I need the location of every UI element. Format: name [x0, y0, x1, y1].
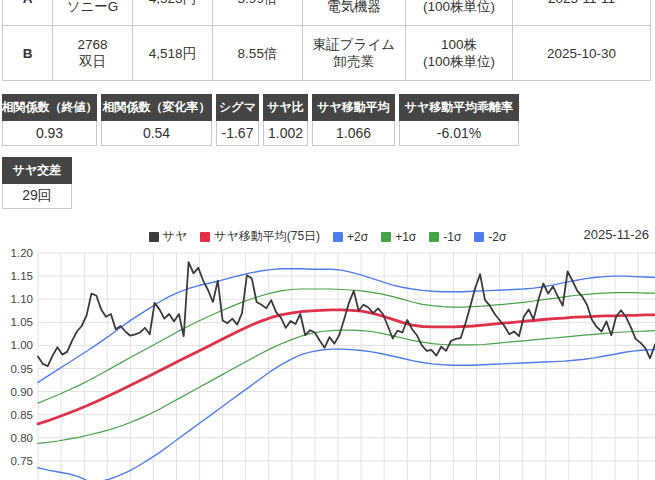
chart-legend: サヤサヤ移動平均(75日)+2σ+1σ-1σ-2σ: [0, 228, 655, 245]
stat-label: サヤ移動平均乖離率: [399, 94, 519, 121]
legend-label: +2σ: [347, 230, 368, 244]
pair-stock-unit: 100株(100株単位): [406, 0, 513, 26]
y-axis-tick: 0.75: [11, 455, 33, 467]
stat-value: 0.54: [101, 121, 212, 146]
saya-bollinger-chart[interactable]: 1.201.151.101.051.000.950.900.850.800.75…: [0, 246, 655, 480]
legend-label: -1σ: [443, 230, 461, 244]
legend-swatch-icon: [429, 232, 439, 242]
saya-cross-value: 29回: [2, 184, 72, 209]
saya-cross-box: サヤ交差 29回: [2, 157, 72, 209]
stat-label: 相関係数（終値）: [2, 94, 97, 121]
legend-swatch-icon: [149, 232, 159, 242]
stat-label: サヤ比: [263, 94, 308, 121]
pair-stock-date: 2025-10-30: [513, 26, 651, 81]
legend-label: +1σ: [395, 230, 416, 244]
stat-label: シグマ: [216, 94, 259, 121]
y-axis-tick: 1.10: [11, 293, 33, 305]
stat-label: サヤ移動平均: [312, 94, 395, 121]
stat-label: 相関係数（変化率）: [101, 94, 212, 121]
y-axis-tick: 0.80: [11, 432, 33, 444]
stats-row: 相関係数（終値）0.93相関係数（変化率）0.54シグマ-1.67サヤ比1.00…: [2, 94, 655, 146]
y-axis-tick: 0.95: [11, 363, 33, 375]
legend-swatch-icon: [333, 232, 343, 242]
stat-box-5: サヤ移動平均乖離率-6.01%: [399, 94, 519, 146]
y-axis-tick: 1.15: [11, 270, 33, 282]
y-axis-tick: 1.05: [11, 316, 33, 328]
saya-cross-label: サヤ交差: [2, 157, 72, 184]
chart-date-label: 2025-11-26: [583, 227, 649, 242]
stat-box-3: サヤ比1.002: [263, 94, 308, 146]
stat-value: -6.01%: [399, 121, 519, 146]
saya-chart-section: サヤサヤ移動平均(75日)+2σ+1σ-1σ-2σ 2025-11-26 1.2…: [0, 224, 655, 480]
stat-box-2: シグマ-1.67: [216, 94, 259, 146]
stat-value: -1.67: [216, 121, 259, 146]
legend-item: -2σ: [474, 230, 506, 244]
pair-stock-date: 2025-11-11: [513, 0, 651, 26]
legend-label: サヤ: [163, 228, 188, 245]
stat-value: 1.002: [263, 121, 308, 146]
pair-stock-price: 4,518円: [133, 26, 213, 81]
pair-stock-ratio: 8.55倍: [213, 26, 303, 81]
legend-item: -1σ: [429, 230, 461, 244]
legend-label: -2σ: [488, 230, 506, 244]
legend-swatch-icon: [474, 232, 484, 242]
legend-label: サヤ移動平均(75日): [214, 228, 320, 245]
pair-table-row-B: B2768双日4,518円8.55倍東証プライム卸売業100株(100株単位)2…: [3, 26, 651, 81]
legend-item: +2σ: [333, 230, 368, 244]
stat-box-0: 相関係数（終値）0.93: [2, 94, 97, 146]
y-axis-tick: 0.85: [11, 409, 33, 421]
y-axis-tick: 1.20: [11, 247, 33, 259]
pair-stock-market-industry: 東証プライム電気機器: [303, 0, 406, 26]
stat-value: 0.93: [2, 121, 97, 146]
legend-swatch-icon: [381, 232, 391, 242]
pair-table: A6758ソニーG4,523円5.99倍東証プライム電気機器100株(100株単…: [2, 0, 651, 81]
pair-stock-price: 4,523円: [133, 0, 213, 26]
pair-stock-code-name: 2768双日: [53, 26, 133, 81]
y-axis-tick: 1.00: [11, 339, 33, 351]
stat-box-4: サヤ移動平均1.066: [312, 94, 395, 146]
pair-stock-code-name: 6758ソニーG: [53, 0, 133, 26]
stat-value: 1.066: [312, 121, 395, 146]
pair-table-section: A6758ソニーG4,523円5.99倍東証プライム電気機器100株(100株単…: [0, 0, 655, 81]
saya-cross-row: サヤ交差 29回: [2, 157, 655, 209]
pair-stock-market-industry: 東証プライム卸売業: [303, 26, 406, 81]
legend-item: サヤ: [149, 228, 188, 245]
legend-swatch-icon: [200, 232, 210, 242]
pair-row-label: B: [3, 26, 53, 81]
legend-item: サヤ移動平均(75日): [200, 228, 320, 245]
pair-table-row-A: A6758ソニーG4,523円5.99倍東証プライム電気機器100株(100株単…: [3, 0, 651, 26]
stat-box-1: 相関係数（変化率）0.54: [101, 94, 212, 146]
legend-item: +1σ: [381, 230, 416, 244]
pair-stock-ratio: 5.99倍: [213, 0, 303, 26]
y-axis-tick: 0.90: [11, 386, 33, 398]
pair-stock-unit: 100株(100株単位): [406, 26, 513, 81]
pair-row-label: A: [3, 0, 53, 26]
